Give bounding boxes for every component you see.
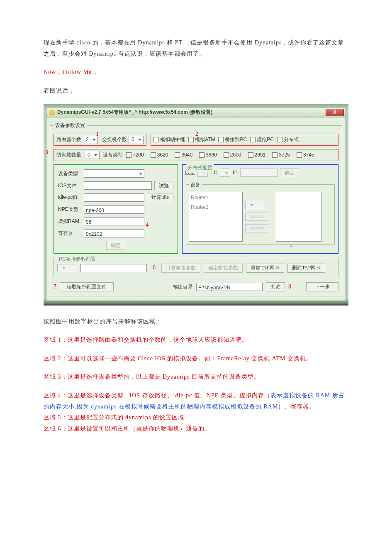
- dev-2600-label: 2600: [230, 150, 241, 160]
- window: DynamipsGUI-v2.7 5x54专用版^_^ http://www.5…: [46, 107, 346, 301]
- reg-input[interactable]: 0x2102: [84, 229, 144, 237]
- idle-label: idle-pc值: [58, 193, 81, 202]
- distributed-group-title: 分布式配置: [186, 163, 214, 173]
- calc-bridge-button[interactable]: 计算桥接参数: [161, 264, 200, 273]
- output-dir-input[interactable]: E:\shiyan\VPN: [196, 283, 263, 291]
- check-dev-3725[interactable]: 3725: [272, 150, 290, 160]
- zone-4c: ）、寄存器。: [278, 403, 315, 410]
- device-type-row-label: 设备类型: [103, 150, 123, 160]
- switch-count-label: 交换机个数: [102, 135, 127, 144]
- devtype-select[interactable]: [84, 169, 144, 178]
- check-atm-label: 模拟ATM: [195, 135, 215, 144]
- transfer-column: >>>>> <<<<<: [245, 192, 273, 242]
- firewall-count-label: 防火墙数量: [56, 150, 81, 160]
- zone-3-text: 区域 3：这里是选择设备类型的，以上都是 Dynamips 目前所支持的设备类型…: [44, 372, 348, 383]
- device-param-legend: 设备参数设置: [54, 121, 87, 130]
- device-list-right[interactable]: [276, 192, 321, 242]
- mid-panels: 4 设备类型 IOS文件 浏览: [54, 164, 338, 254]
- annot-7: 7: [54, 281, 56, 293]
- zone-5-text: 区域 5：这里是配置分布式的 dynamips 的设置区域: [44, 412, 348, 423]
- npe-input[interactable]: npe-200: [84, 205, 144, 214]
- sim-options-box: 模拟帧中继 模拟ATM 桥接到PC 虚拟PC 分布式: [151, 134, 338, 146]
- ios-path-input[interactable]: [84, 181, 152, 190]
- dev-7200-label: 7200: [133, 150, 144, 160]
- chevron-down-icon: [139, 173, 142, 175]
- check-distributed-label: 分布式: [284, 135, 299, 144]
- output-dir-label: 输出目录: [173, 282, 193, 292]
- check-virtual-pc[interactable]: 虚拟PC: [250, 135, 274, 144]
- left-confirm-button[interactable]: 确定: [106, 241, 125, 250]
- devtype-label: 设备类型: [58, 169, 81, 178]
- device-list-left[interactable]: Router1 Router2: [189, 192, 243, 242]
- add-tap-button[interactable]: 添加TAP网卡: [246, 264, 284, 273]
- intro-see-picture: 看图说话：: [44, 86, 348, 97]
- check-dev-3745[interactable]: 3745: [297, 150, 314, 160]
- row-1: 路由器个数 2 交换机个数 0: [54, 134, 338, 146]
- window-title: DynamipsGUI-v2.7 5x54专用版^_^ http://www.5…: [57, 108, 212, 117]
- zone-2-text: 区域 2：这里可以选择一些不需要 Cisco IOS 的模拟设备。如：Frame…: [44, 353, 348, 364]
- ios-browse-button[interactable]: 浏览: [154, 181, 173, 190]
- pc-bridge-select[interactable]: [57, 264, 77, 272]
- dev-3660-label: 3660: [206, 150, 217, 160]
- device-groupbox-legend: 设备: [189, 180, 202, 190]
- firewall-count-select[interactable]: 0: [85, 151, 100, 159]
- list-item: Router1: [191, 193, 241, 203]
- annot-6: 6: [153, 262, 156, 274]
- zone-4-text: 区域 4：这里是选择设备类型、IOS 存放路径、idle-pc 值、NPE 类型…: [44, 390, 348, 412]
- device-groupbox: 设备 Router1 Router2 >>>>> <<<<<: [186, 180, 335, 245]
- ram-input[interactable]: 96: [84, 217, 144, 225]
- transfer-left-button[interactable]: <<<<<: [245, 224, 269, 232]
- dist-ip-input[interactable]: [240, 169, 278, 177]
- check-dev-7200[interactable]: 7200: [126, 150, 144, 160]
- del-tap-button[interactable]: 删除TAP网卡: [287, 264, 326, 273]
- check-distributed[interactable]: 分布式: [277, 135, 299, 144]
- pc-bridge-fieldset: PC桥接参数配置 6 计算桥接参数 确定桥接参数 添加TAP网卡 删除TAP网卡: [54, 258, 338, 277]
- next-button[interactable]: 下一步: [306, 282, 338, 291]
- pc-bridge-legend: PC桥接参数配置: [57, 254, 97, 264]
- dist-pc-select[interactable]: [220, 169, 230, 177]
- dev-3745-label: 3745: [303, 150, 314, 160]
- explain-intro: 按照图中用数字标出的序号来解释该区域：: [44, 316, 348, 328]
- reg-label: 寄存器: [58, 229, 81, 238]
- idle-input[interactable]: [84, 193, 144, 202]
- dev-3725-label: 3725: [279, 150, 290, 160]
- output-browse-button[interactable]: 浏览: [266, 282, 285, 291]
- chevron-down-icon: [93, 139, 96, 141]
- device-config-panel: 4 设备类型 IOS文件 浏览: [54, 164, 178, 254]
- router-count-select[interactable]: 2: [83, 136, 98, 144]
- screenshot-container: DynamipsGUI-v2.7 5x54专用版^_^ http://www.5…: [44, 104, 348, 305]
- dist-ip-label: IP: [233, 168, 237, 178]
- check-atm[interactable]: 模拟ATM: [188, 135, 215, 144]
- ios-label: IOS文件: [58, 181, 81, 191]
- read-topo-button[interactable]: 读取拓扑配置文件: [60, 282, 114, 291]
- pc-bridge-input[interactable]: [80, 264, 147, 272]
- calc-idle-button[interactable]: 计算idle: [147, 193, 173, 202]
- chevron-down-icon: [138, 139, 141, 141]
- confirm-bridge-button[interactable]: 确定桥接参数: [204, 264, 243, 273]
- check-dev-3640[interactable]: 3640: [175, 150, 192, 160]
- router-count-label: 路由器个数: [56, 135, 81, 144]
- check-bridge-pc-label: 桥接到PC: [225, 135, 247, 144]
- distributed-panel: 分布式配置 5 数量 PC IP 确定: [182, 164, 338, 254]
- check-dev-2600[interactable]: 2600: [224, 150, 241, 160]
- check-dev-3660[interactable]: 3660: [199, 150, 217, 160]
- list-item: Router2: [191, 203, 241, 212]
- check-dev-2691[interactable]: 2691: [248, 150, 266, 160]
- transfer-right-button[interactable]: >>>>>: [245, 213, 269, 221]
- app-icon: [49, 110, 55, 115]
- check-bridge-pc[interactable]: 桥接到PC: [218, 135, 247, 144]
- check-dev-3620[interactable]: 3620: [151, 150, 168, 160]
- check-frame-relay[interactable]: 模拟帧中继: [153, 135, 185, 144]
- dev-2691-label: 2691: [255, 150, 266, 160]
- bottom-row: 7 读取拓扑配置文件 输出目录 E:\shiyan\VPN 浏览 8 下一步: [54, 281, 338, 293]
- close-button[interactable]: X: [326, 109, 344, 116]
- switch-count-value: 0: [131, 135, 134, 144]
- dist-confirm-button[interactable]: 确定: [280, 168, 299, 177]
- annot-3: 3: [45, 147, 48, 158]
- device-type-row: 防火墙数量 0 设备类型 7200 3620 3640 3660 2600 26…: [54, 149, 338, 161]
- dev-3620-label: 3620: [157, 150, 168, 160]
- firewall-count-value: 0: [88, 150, 90, 160]
- dist-secondary-select[interactable]: [245, 201, 265, 209]
- check-virtual-pc-label: 虚拟PC: [257, 135, 274, 144]
- switch-count-select[interactable]: 0: [129, 136, 144, 144]
